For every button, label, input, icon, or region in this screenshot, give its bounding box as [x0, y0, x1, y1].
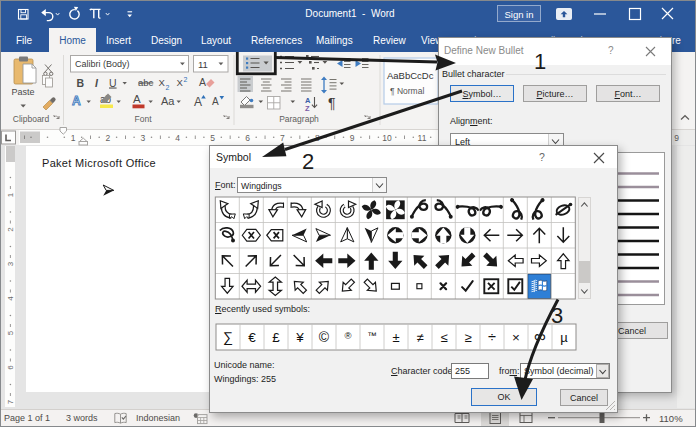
- svg-text:™: ™: [367, 330, 377, 341]
- svg-text:€: €: [248, 330, 256, 345]
- svg-text:µ: µ: [560, 330, 568, 345]
- svg-text:×: ×: [512, 330, 520, 345]
- svg-text:∞: ∞: [534, 327, 546, 345]
- svg-text:≥: ≥: [464, 330, 471, 345]
- svg-text:±: ±: [392, 330, 399, 345]
- svg-text:∑: ∑: [223, 329, 233, 345]
- svg-text:£: £: [272, 330, 280, 345]
- svg-text:®: ®: [345, 330, 352, 341]
- svg-text:≠: ≠: [416, 330, 423, 345]
- svg-text:÷: ÷: [488, 329, 496, 345]
- svg-text:¥: ¥: [295, 330, 304, 345]
- svg-text:≤: ≤: [440, 330, 447, 345]
- svg-text:©: ©: [319, 329, 330, 345]
